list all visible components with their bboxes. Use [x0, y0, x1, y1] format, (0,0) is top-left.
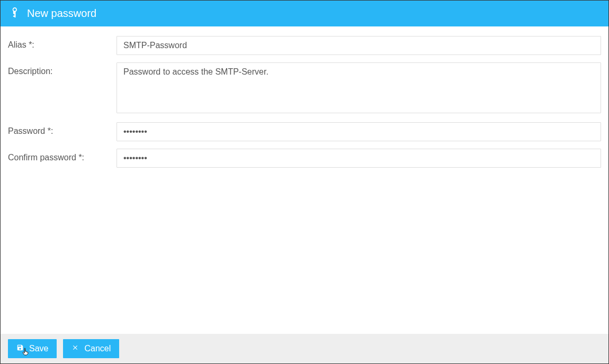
- confirm-password-label: Confirm password *:: [8, 149, 117, 162]
- dialog-title: New password: [27, 7, 96, 20]
- dialog-footer: Save Cancel: [1, 334, 608, 363]
- cancel-button-label: Cancel: [84, 344, 111, 353]
- password-label: Password *:: [8, 122, 117, 136]
- save-button-label: Save: [29, 344, 48, 353]
- description-textarea[interactable]: [117, 62, 601, 113]
- alias-label: Alias *:: [8, 36, 117, 50]
- save-icon: [16, 344, 24, 353]
- alias-input[interactable]: [117, 36, 601, 55]
- row-password: Password *:: [8, 122, 601, 141]
- password-input[interactable]: [117, 122, 601, 141]
- description-label: Description:: [8, 62, 117, 76]
- dialog-header: New password: [1, 1, 608, 26]
- save-button[interactable]: Save: [8, 339, 57, 358]
- cancel-button[interactable]: Cancel: [63, 339, 119, 358]
- row-alias: Alias *:: [8, 36, 601, 55]
- row-description: Description:: [8, 62, 601, 115]
- form-area: Alias *: Description: Password *: Confir…: [1, 26, 608, 334]
- row-confirm-password: Confirm password *:: [8, 149, 601, 168]
- key-icon: [10, 7, 21, 20]
- confirm-password-input[interactable]: [117, 149, 601, 168]
- close-icon: [71, 344, 79, 353]
